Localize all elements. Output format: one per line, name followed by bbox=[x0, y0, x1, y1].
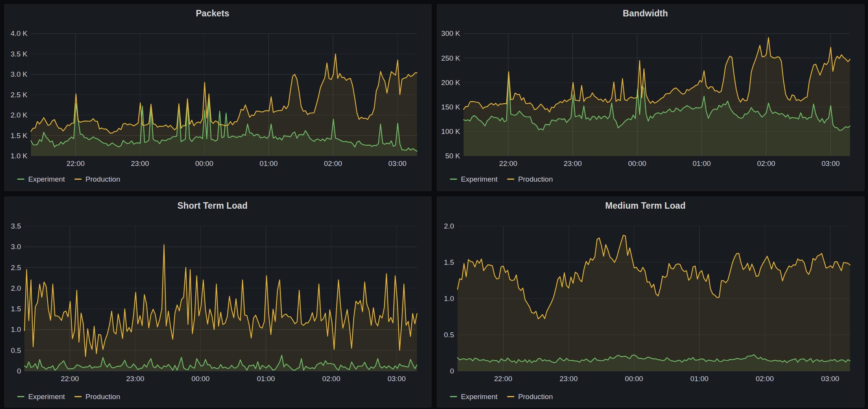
svg-text:1.5 K: 1.5 K bbox=[11, 132, 28, 140]
svg-text:03:00: 03:00 bbox=[388, 375, 406, 383]
svg-text:2.0 K: 2.0 K bbox=[11, 111, 28, 119]
svg-text:3.0: 3.0 bbox=[11, 243, 21, 251]
svg-text:4.0 K: 4.0 K bbox=[11, 29, 28, 37]
svg-text:01:00: 01:00 bbox=[257, 375, 275, 383]
svg-text:22:00: 22:00 bbox=[499, 159, 517, 167]
svg-text:2.5: 2.5 bbox=[11, 264, 21, 272]
svg-text:03:00: 03:00 bbox=[821, 159, 840, 167]
svg-text:02:00: 02:00 bbox=[757, 159, 775, 167]
svg-text:50 K: 50 K bbox=[445, 152, 460, 160]
svg-text:23:00: 23:00 bbox=[564, 159, 582, 167]
svg-text:01:00: 01:00 bbox=[259, 159, 278, 167]
svg-text:150 K: 150 K bbox=[441, 103, 460, 111]
svg-text:02:00: 02:00 bbox=[756, 375, 774, 383]
svg-text:00:00: 00:00 bbox=[192, 375, 210, 383]
svg-text:1.0: 1.0 bbox=[444, 295, 454, 303]
svg-text:1.0 K: 1.0 K bbox=[11, 152, 28, 160]
svg-text:03:00: 03:00 bbox=[388, 159, 407, 167]
svg-text:250 K: 250 K bbox=[441, 54, 460, 62]
svg-text:01:00: 01:00 bbox=[692, 159, 711, 167]
svg-text:22:00: 22:00 bbox=[61, 375, 79, 383]
svg-text:3.0 K: 3.0 K bbox=[11, 70, 28, 78]
svg-text:23:00: 23:00 bbox=[559, 375, 578, 383]
svg-text:01:00: 01:00 bbox=[690, 375, 709, 383]
svg-text:2.5 K: 2.5 K bbox=[11, 91, 28, 99]
svg-text:03:00: 03:00 bbox=[821, 375, 839, 383]
svg-text:02:00: 02:00 bbox=[322, 375, 340, 383]
svg-text:00:00: 00:00 bbox=[628, 159, 646, 167]
svg-text:2.0: 2.0 bbox=[11, 284, 21, 292]
svg-text:0: 0 bbox=[17, 367, 21, 375]
svg-text:0.5: 0.5 bbox=[444, 331, 454, 339]
svg-text:300 K: 300 K bbox=[441, 29, 460, 37]
svg-text:23:00: 23:00 bbox=[126, 375, 145, 383]
svg-text:00:00: 00:00 bbox=[625, 375, 643, 383]
svg-text:0: 0 bbox=[450, 367, 454, 375]
svg-text:1.0: 1.0 bbox=[11, 325, 21, 333]
svg-text:02:00: 02:00 bbox=[324, 159, 342, 167]
svg-text:22:00: 22:00 bbox=[66, 159, 85, 167]
svg-text:3.5 K: 3.5 K bbox=[11, 50, 28, 58]
svg-text:3.5: 3.5 bbox=[11, 222, 21, 230]
svg-text:1.5: 1.5 bbox=[444, 258, 454, 266]
svg-text:200 K: 200 K bbox=[441, 79, 460, 87]
svg-text:0.5: 0.5 bbox=[11, 346, 21, 354]
svg-text:23:00: 23:00 bbox=[131, 159, 149, 167]
svg-text:100 K: 100 K bbox=[441, 127, 460, 135]
svg-text:1.5: 1.5 bbox=[11, 305, 21, 313]
svg-text:2.0: 2.0 bbox=[444, 222, 454, 230]
svg-text:00:00: 00:00 bbox=[195, 159, 214, 167]
svg-text:22:00: 22:00 bbox=[494, 375, 512, 383]
